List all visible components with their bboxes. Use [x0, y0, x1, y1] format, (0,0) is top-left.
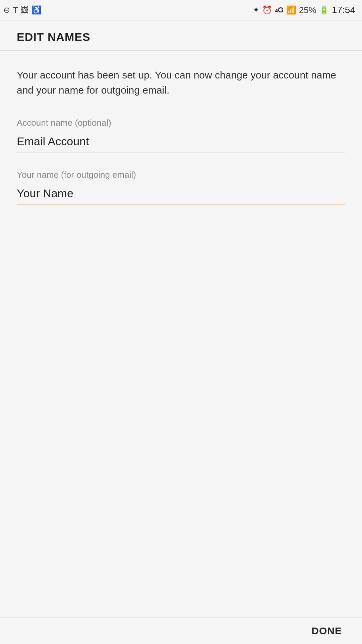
your-name-field: Your name (for outgoing email) — [17, 170, 345, 205]
image-icon: 🖼 — [21, 5, 29, 15]
app-bar: EDIT NAMES — [0, 20, 362, 50]
battery-percent: 25% — [299, 5, 316, 15]
status-bar-right-icons: ✦ ⏰ ₄G 📶 25% 🔋 17:54 — [253, 5, 355, 15]
data-signal-icon: ₄G — [275, 6, 284, 14]
bluetooth-icon: ✦ — [253, 5, 259, 15]
description-text: Your account has been set up. You can no… — [17, 67, 345, 98]
page-title: EDIT NAMES — [17, 31, 90, 43]
carrier-icon: T — [13, 5, 18, 15]
status-bar: ⊖ T 🖼 ♿ ✦ ⏰ ₄G 📶 25% 🔋 17:54 — [0, 0, 362, 20]
signal-strength-icon: 📶 — [286, 5, 296, 15]
main-content: Your account has been set up. You can no… — [0, 51, 362, 205]
account-name-label: Account name (optional) — [17, 118, 345, 128]
account-name-field: Account name (optional) — [17, 118, 345, 153]
alarm-icon: ⏰ — [262, 5, 272, 15]
status-bar-left-icons: ⊖ T 🖼 ♿ — [3, 5, 42, 15]
battery-icon: 🔋 — [319, 5, 329, 15]
your-name-input[interactable] — [17, 184, 345, 205]
bottom-bar: DONE — [0, 617, 362, 644]
minus-circle-icon: ⊖ — [3, 5, 10, 15]
accessibility-icon: ♿ — [32, 5, 42, 15]
done-button[interactable]: DONE — [305, 622, 349, 640]
status-time: 17:54 — [332, 5, 355, 15]
your-name-label: Your name (for outgoing email) — [17, 170, 345, 180]
account-name-input[interactable] — [17, 132, 345, 153]
